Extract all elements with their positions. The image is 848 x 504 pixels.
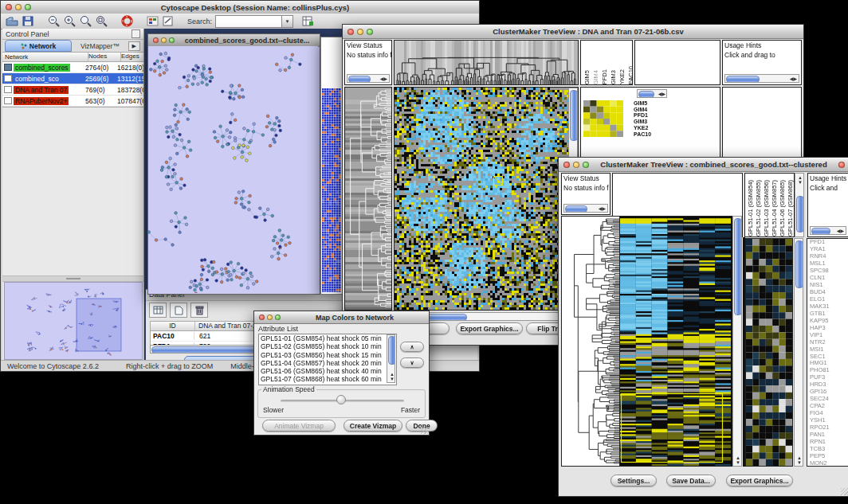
float-panel-icon[interactable] (132, 29, 140, 38)
network-overview[interactable] (4, 282, 143, 360)
gene-label[interactable]: NIS1 (810, 282, 848, 289)
gene-labels-panel[interactable]: PFD1YRA1RNR4MSL1SPC98CLN1NIS1BUD4ELG1MAK… (807, 238, 848, 467)
vizmapper-icon[interactable] (144, 14, 160, 29)
search-dropdown-icon[interactable]: ▼ (282, 15, 293, 28)
column-header[interactable]: ID (151, 322, 195, 330)
zoom-button[interactable] (275, 315, 281, 320)
network-row[interactable]: combined_sco 2569(6) 13112(15) (2, 73, 143, 84)
column-dendrogram[interactable] (395, 41, 578, 84)
network-row[interactable]: RNAPuberNov2+ 563(0) 107847(0) (2, 96, 143, 107)
attribute-list-vscrollbar[interactable]: ▲▼ (387, 334, 395, 383)
minimize-button[interactable] (161, 37, 167, 43)
gene-label[interactable]: RPO21 (810, 424, 848, 432)
attribute-list-item[interactable]: GPL51-07 (GSM868) heat shock 60 min (259, 375, 396, 383)
attribute-list-item[interactable]: GPL51-06 (GSM865) heat shock 40 min (259, 367, 396, 375)
column-header[interactable]: Network (2, 53, 88, 61)
gene-label[interactable]: PAN1 (810, 432, 848, 439)
gene-label[interactable]: MSL1 (810, 260, 848, 268)
zoom-in-icon[interactable] (61, 14, 77, 29)
minimize-button[interactable] (15, 4, 22, 10)
create-vizmap-button[interactable]: Create Vizmap (344, 420, 402, 432)
zoom-selected-icon[interactable] (93, 14, 109, 29)
zoom-hscrollbar[interactable]: ◀▶ (637, 89, 667, 98)
gene-label[interactable]: MAK31 (810, 303, 848, 311)
attribute-browser-icon[interactable] (300, 14, 316, 29)
zoom-button[interactable] (367, 29, 373, 35)
gene-label[interactable]: MON2 (810, 460, 848, 467)
settings-button[interactable]: Settings... (610, 475, 657, 486)
map-colors-titlebar[interactable]: Map Colors to Network (254, 311, 429, 324)
gene-label[interactable]: SPC98 (810, 268, 848, 275)
gene-label[interactable]: ELG1 (810, 296, 848, 303)
gene-label[interactable]: PEP5 (810, 453, 848, 460)
close-button[interactable] (347, 29, 354, 35)
zoom-out-icon[interactable] (45, 14, 61, 29)
gene-label[interactable]: SEC1 (810, 354, 848, 361)
gene-label[interactable]: PFD1 (810, 239, 848, 246)
gene-label[interactable]: YSH1 (810, 417, 848, 424)
tab-overflow-arrow[interactable]: ▶ (128, 41, 140, 51)
zoom-fit-icon[interactable] (77, 14, 93, 29)
delete-attribute-icon[interactable] (190, 303, 208, 318)
view-status-scrollbar[interactable]: ◀▶ (563, 204, 608, 213)
resize-grip[interactable] (841, 488, 848, 495)
array-labels-vscrollbar[interactable]: ▲▼ (795, 173, 804, 237)
minimize-button[interactable] (573, 162, 579, 168)
close-button[interactable] (563, 162, 570, 168)
export-graphics-button[interactable]: Export Graphics... (726, 475, 793, 486)
row-dendrogram[interactable] (345, 88, 391, 310)
zoom-heatmap[interactable] (583, 100, 623, 137)
gene-label[interactable]: MSI1 (810, 346, 848, 354)
gene-label[interactable]: CLN1 (810, 275, 848, 282)
help-icon[interactable] (119, 14, 135, 29)
attribute-list-item[interactable]: GPL51-01 (GSM854) heat shock 05 min (259, 334, 396, 342)
dense-network-canvas[interactable] (322, 88, 341, 292)
gene-list-vscrollbar[interactable]: ▲▼ (794, 238, 803, 467)
save-data-button[interactable]: Save Data... (666, 475, 716, 486)
gene-label[interactable]: TCB3 (810, 446, 848, 453)
gene-label[interactable]: YRA1 (810, 246, 848, 253)
usage-hints-scrollbar[interactable]: ◀▶ (724, 74, 799, 83)
save-session-icon[interactable] (20, 14, 36, 29)
network-row[interactable]: DNA and Tran 07 769(0) 183728(0) (2, 84, 143, 96)
close-button[interactable] (153, 37, 159, 43)
gene-label[interactable]: VIP1 (810, 332, 848, 339)
gene-label[interactable]: RPN1 (810, 439, 848, 446)
gene-label[interactable]: RNR4 (810, 253, 848, 260)
zoom-button[interactable] (583, 162, 589, 168)
animate-vizmap-button[interactable]: Animate Vizmap (262, 420, 336, 432)
open-session-icon[interactable] (4, 14, 20, 29)
gene-label[interactable]: CPA2 (810, 403, 848, 410)
attribute-list-item[interactable]: GPL51-04 (GSM857) heat shock 20 min (259, 359, 396, 367)
move-down-button[interactable]: ∨ (400, 357, 424, 368)
usage-hints-scrollbar[interactable]: ◀▶ (810, 226, 846, 235)
annotation-icon[interactable] (160, 14, 176, 29)
network-row[interactable]: combined_scores 2764(0) 16218(0) (2, 62, 143, 73)
resize-grip[interactable] (421, 427, 428, 434)
network-view-titlebar[interactable]: combined_scores_good.txt--cluste... (148, 34, 320, 47)
zoom-button[interactable] (25, 4, 31, 10)
gene-label[interactable]: SEC24 (810, 396, 848, 403)
heatmap-vscrollbar[interactable]: ▲▼ (732, 216, 742, 467)
treeview-combined-titlebar[interactable]: ClusterMaker TreeView : combined_scores_… (559, 158, 848, 172)
tab-vizmapper[interactable]: VizMapper™ (72, 41, 128, 51)
close-button[interactable] (259, 315, 265, 320)
row-dendrogram[interactable] (562, 217, 619, 466)
speed-slider-thumb[interactable] (336, 395, 346, 404)
zoom-button[interactable] (169, 37, 175, 43)
heatmap-canvas[interactable] (395, 88, 569, 310)
gene-label[interactable]: NTR2 (810, 339, 848, 346)
heatmap-canvas[interactable] (620, 217, 731, 466)
main-titlebar[interactable]: Cytoscape Desktop (Session Name: collins… (1, 1, 479, 14)
gene-label[interactable]: GTB1 (810, 311, 848, 318)
gene-label[interactable]: HAP3 (810, 325, 848, 332)
gene-label[interactable]: HRD3 (810, 381, 848, 389)
network-canvas[interactable] (148, 46, 318, 293)
gene-label[interactable]: HMG1 (810, 360, 848, 367)
treeview-dna-titlebar[interactable]: ClusterMaker TreeView : DNA and Tran 07-… (343, 25, 803, 39)
view-status-scrollbar[interactable]: ◀▶ (347, 74, 390, 83)
export-graphics-button[interactable]: Export Graphics... (456, 322, 523, 334)
gene-label[interactable]: KAP95 (810, 318, 848, 325)
move-up-button[interactable]: ∧ (400, 342, 424, 352)
minimize-button[interactable] (267, 315, 273, 320)
